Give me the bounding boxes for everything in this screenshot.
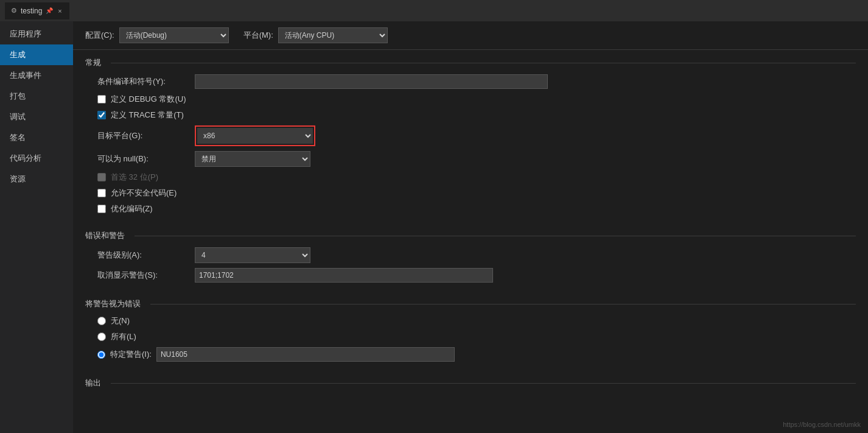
target-platform-row: 目标平台(G): Any CPU x86 x64 ARM	[85, 125, 856, 146]
warning-level-label: 警告级别(A):	[97, 250, 195, 261]
nullable-row: 可以为 null(B): 禁用 启用 警告 注释	[85, 151, 856, 167]
sidebar-item-package[interactable]: 打包	[0, 86, 73, 107]
suppress-warnings-row: 取消显示警告(S): 1701;1702	[85, 268, 856, 283]
warnings-specific-row: 特定警告(I): NU1605	[85, 347, 856, 362]
main-layout: 应用程序 生成 生成事件 打包 调试 签名 代码分析 资源 配置(C): 活动(…	[0, 21, 868, 433]
config-bar: 配置(C): 活动(Debug) Debug Release 平台(M): 活动…	[73, 21, 868, 50]
tab-close-button[interactable]: ×	[57, 7, 63, 15]
warnings-all-radio[interactable]	[97, 333, 106, 341]
allow-unsafe-checkbox[interactable]	[97, 189, 106, 197]
sidebar-item-build-events[interactable]: 生成事件	[0, 65, 73, 86]
titlebar: ⚙ testing 📌 ×	[0, 0, 868, 21]
platform-label: 平台(M):	[243, 30, 273, 41]
define-debug-row: 定义 DEBUG 常数(U)	[85, 94, 856, 105]
prefer32-row: 首选 32 位(P)	[85, 172, 856, 183]
allow-unsafe-row: 允许不安全代码(E)	[85, 188, 856, 199]
sidebar-item-debug[interactable]: 调试	[0, 107, 73, 127]
errors-section: 错误和警告 警告级别(A): 0 1 2 3 4 5 取消显示警告(S): 17…	[73, 223, 868, 291]
warning-level-row: 警告级别(A): 0 1 2 3 4 5	[85, 247, 856, 263]
target-platform-label: 目标平台(G):	[97, 130, 195, 141]
allow-unsafe-label: 允许不安全代码(E)	[111, 188, 177, 199]
tab-label: testing	[21, 7, 42, 15]
treat-warnings-section: 将警告视为错误 无(N) 所有(L) 特定警告(I): NU1605	[73, 291, 868, 370]
warnings-none-radio[interactable]	[97, 317, 106, 325]
define-debug-label: 定义 DEBUG 常数(U)	[111, 94, 186, 105]
sidebar: 应用程序 生成 生成事件 打包 调试 签名 代码分析 资源	[0, 21, 73, 433]
optimize-label: 优化编码(Z)	[111, 203, 153, 214]
define-trace-label: 定义 TRACE 常量(T)	[111, 110, 184, 121]
warnings-none-label: 无(N)	[111, 315, 130, 326]
configuration-select[interactable]: 活动(Debug) Debug Release	[119, 27, 229, 43]
general-section: 常规 条件编译和符号(Y): 定义 DEBUG 常数(U) 定义 TRACE 常…	[73, 50, 868, 223]
watermark: https://blog.csdn.net/umkk	[783, 421, 861, 428]
optimize-row: 优化编码(Z)	[85, 203, 856, 214]
optimize-checkbox[interactable]	[97, 205, 106, 213]
config-label: 配置(C):	[85, 30, 114, 41]
define-trace-checkbox[interactable]	[97, 111, 106, 119]
conditional-compile-label: 条件编译和符号(Y):	[97, 76, 195, 87]
define-debug-checkbox[interactable]	[97, 95, 106, 104]
tab-pin-icon: 📌	[46, 7, 53, 14]
output-section-title: 输出	[85, 378, 856, 389]
nullable-select[interactable]: 禁用 启用 警告 注释	[195, 151, 310, 167]
sidebar-item-signing[interactable]: 签名	[0, 127, 73, 148]
prefer32-checkbox[interactable]	[97, 173, 106, 181]
warning-level-select[interactable]: 0 1 2 3 4 5	[195, 247, 310, 263]
define-trace-row: 定义 TRACE 常量(T)	[85, 110, 856, 121]
errors-section-title: 错误和警告	[85, 230, 856, 241]
conditional-compile-input[interactable]	[195, 74, 548, 89]
suppress-warnings-input[interactable]: 1701;1702	[195, 268, 493, 283]
suppress-warnings-label: 取消显示警告(S):	[97, 270, 195, 281]
treat-warnings-section-title: 将警告视为错误	[85, 298, 856, 309]
prefer32-label: 首选 32 位(P)	[111, 172, 158, 183]
platform-select[interactable]: 活动(Any CPU) Any CPU x86 x64	[278, 27, 388, 43]
warnings-all-row: 所有(L)	[85, 331, 856, 342]
warnings-specific-input[interactable]: NU1605	[156, 347, 455, 362]
warnings-specific-label: 特定警告(I):	[110, 349, 152, 360]
sidebar-item-application[interactable]: 应用程序	[0, 24, 73, 44]
target-platform-select[interactable]: Any CPU x86 x64 ARM	[197, 128, 313, 144]
sidebar-item-resources[interactable]: 资源	[0, 169, 73, 189]
warnings-none-row: 无(N)	[85, 315, 856, 326]
warnings-specific-radio[interactable]	[97, 351, 105, 359]
content-area: 配置(C): 活动(Debug) Debug Release 平台(M): 活动…	[73, 21, 868, 433]
general-section-title: 常规	[85, 57, 856, 68]
settings-icon: ⚙	[11, 7, 17, 15]
warnings-all-label: 所有(L)	[111, 331, 136, 342]
sidebar-item-build[interactable]: 生成	[0, 44, 73, 65]
sidebar-item-code-analysis[interactable]: 代码分析	[0, 148, 73, 169]
tab-testing[interactable]: ⚙ testing 📌 ×	[5, 2, 69, 19]
conditional-compile-row: 条件编译和符号(Y):	[85, 74, 856, 89]
nullable-label: 可以为 null(B):	[97, 153, 195, 164]
output-section: 输出	[73, 370, 868, 398]
target-platform-highlight: Any CPU x86 x64 ARM	[195, 125, 315, 146]
